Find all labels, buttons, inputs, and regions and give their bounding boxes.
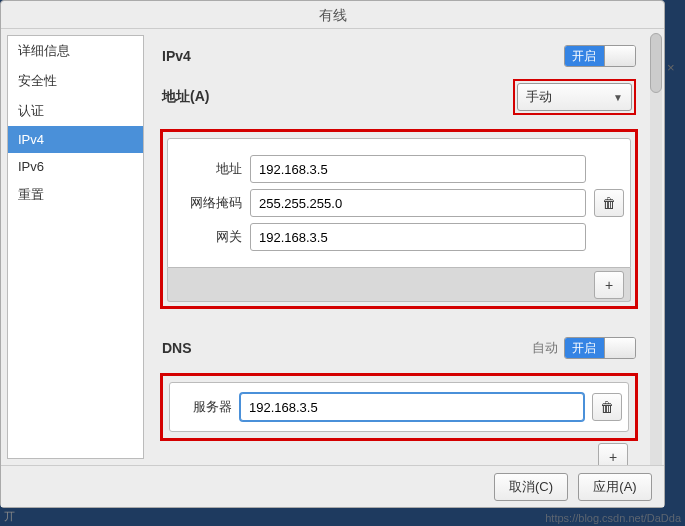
dialog-body: 详细信息 安全性 认证 IPv4 IPv6 重置 IPv4 开启 [1,29,664,465]
watermark: https://blog.csdn.net/DaDda [545,512,681,524]
dns-add-bar: + [160,441,638,465]
dns-header: DNS 自动 开启 [160,325,638,371]
cancel-button[interactable]: 取消(C) [494,473,568,501]
address-method-dropdown[interactable]: 手动 ▼ [517,83,632,111]
sidebar-item-security[interactable]: 安全性 [8,66,143,96]
address-section-label: 地址(A) [162,88,209,106]
dialog-footer: 取消(C) 应用(A) [1,465,664,507]
scrollbar-thumb[interactable] [650,33,662,93]
address-header: 地址(A) 手动 ▼ [160,79,638,127]
sidebar-item-auth[interactable]: 认证 [8,96,143,126]
sidebar-item-ipv6[interactable]: IPv6 [8,153,143,180]
toggle-knob [604,338,635,358]
trash-icon: 🗑 [602,195,616,211]
delete-dns-button[interactable]: 🗑 [592,393,622,421]
address-add-bar: + [167,268,631,302]
sidebar-item-reset[interactable]: 重置 [8,180,143,210]
page-fragment: 丌 [4,509,15,524]
dns-server-input[interactable] [240,393,584,421]
plus-icon: + [605,277,613,293]
netmask-label: 网络掩码 [174,194,242,212]
address-label: 地址 [174,160,242,178]
apply-button[interactable]: 应用(A) [578,473,652,501]
address-method-value: 手动 [526,88,552,106]
ipv4-settings-panel: IPv4 开启 地址(A) 手动 ▼ [150,29,664,465]
dns-auto-label: 自动 [532,339,558,357]
sidebar-item-ipv4[interactable]: IPv4 [8,126,143,153]
settings-sidebar: 详细信息 安全性 认证 IPv4 IPv6 重置 [7,35,144,459]
add-dns-button[interactable]: + [598,443,628,465]
dns-group: 服务器 🗑 [160,373,638,441]
chevron-down-icon: ▼ [613,92,623,103]
gateway-label: 网关 [174,228,242,246]
delete-address-button[interactable]: 🗑 [594,189,624,217]
trash-icon: 🗑 [600,399,614,415]
sidebar-item-details[interactable]: 详细信息 [8,36,143,66]
plus-icon: + [609,449,617,465]
close-icon[interactable]: × [667,60,681,74]
address-input[interactable] [250,155,586,183]
settings-dialog: 有线 详细信息 安全性 认证 IPv4 IPv6 重置 IPv4 开启 [0,0,665,508]
scrollbar[interactable] [650,33,662,465]
dns-server-label: 服务器 [176,398,232,416]
dns-toggle[interactable]: 开启 [564,337,636,359]
netmask-input[interactable] [250,189,586,217]
ipv4-header: IPv4 开启 [160,33,638,79]
ipv4-toggle[interactable]: 开启 [564,45,636,67]
dns-label: DNS [162,340,192,356]
toggle-knob [604,46,635,66]
ipv4-label: IPv4 [162,48,191,64]
toggle-on-label: 开启 [565,338,604,358]
toggle-on-label: 开启 [565,46,604,66]
address-group: 地址 网络掩码 🗑 网关 [160,129,638,309]
window-title: 有线 [1,1,664,29]
gateway-input[interactable] [250,223,586,251]
add-address-button[interactable]: + [594,271,624,299]
